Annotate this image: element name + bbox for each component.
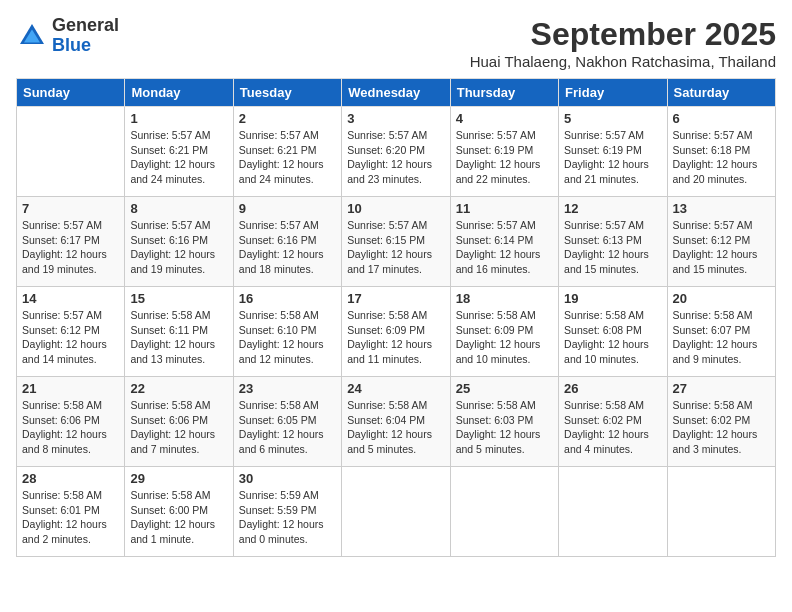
calendar-cell [559, 467, 667, 557]
calendar-cell: 10Sunrise: 5:57 AMSunset: 6:15 PMDayligh… [342, 197, 450, 287]
day-number: 16 [239, 291, 336, 306]
day-number: 2 [239, 111, 336, 126]
day-number: 22 [130, 381, 227, 396]
weekday-header: Sunday [17, 79, 125, 107]
day-number: 8 [130, 201, 227, 216]
calendar-cell [342, 467, 450, 557]
calendar-cell: 28Sunrise: 5:58 AMSunset: 6:01 PMDayligh… [17, 467, 125, 557]
calendar-cell [17, 107, 125, 197]
day-number: 7 [22, 201, 119, 216]
logo-text: General Blue [52, 16, 119, 56]
calendar-week-row: 14Sunrise: 5:57 AMSunset: 6:12 PMDayligh… [17, 287, 776, 377]
day-number: 14 [22, 291, 119, 306]
day-info: Sunrise: 5:57 AMSunset: 6:12 PMDaylight:… [673, 218, 770, 277]
day-info: Sunrise: 5:58 AMSunset: 6:05 PMDaylight:… [239, 398, 336, 457]
day-number: 11 [456, 201, 553, 216]
day-info: Sunrise: 5:58 AMSunset: 6:06 PMDaylight:… [130, 398, 227, 457]
calendar-cell: 21Sunrise: 5:58 AMSunset: 6:06 PMDayligh… [17, 377, 125, 467]
day-number: 10 [347, 201, 444, 216]
calendar-week-row: 7Sunrise: 5:57 AMSunset: 6:17 PMDaylight… [17, 197, 776, 287]
calendar-cell: 8Sunrise: 5:57 AMSunset: 6:16 PMDaylight… [125, 197, 233, 287]
day-number: 23 [239, 381, 336, 396]
day-info: Sunrise: 5:58 AMSunset: 6:04 PMDaylight:… [347, 398, 444, 457]
day-info: Sunrise: 5:57 AMSunset: 6:19 PMDaylight:… [456, 128, 553, 187]
logo-icon [16, 20, 48, 52]
weekday-header: Thursday [450, 79, 558, 107]
title-block: September 2025 Huai Thalaeng, Nakhon Rat… [470, 16, 776, 70]
day-info: Sunrise: 5:58 AMSunset: 6:02 PMDaylight:… [564, 398, 661, 457]
month-title: September 2025 [470, 16, 776, 53]
day-info: Sunrise: 5:58 AMSunset: 6:09 PMDaylight:… [456, 308, 553, 367]
calendar-cell: 15Sunrise: 5:58 AMSunset: 6:11 PMDayligh… [125, 287, 233, 377]
calendar-cell: 18Sunrise: 5:58 AMSunset: 6:09 PMDayligh… [450, 287, 558, 377]
location-title: Huai Thalaeng, Nakhon Ratchasima, Thaila… [470, 53, 776, 70]
day-number: 26 [564, 381, 661, 396]
calendar-cell: 6Sunrise: 5:57 AMSunset: 6:18 PMDaylight… [667, 107, 775, 197]
day-info: Sunrise: 5:58 AMSunset: 6:07 PMDaylight:… [673, 308, 770, 367]
day-number: 5 [564, 111, 661, 126]
day-info: Sunrise: 5:57 AMSunset: 6:13 PMDaylight:… [564, 218, 661, 277]
calendar-cell: 25Sunrise: 5:58 AMSunset: 6:03 PMDayligh… [450, 377, 558, 467]
calendar-cell: 14Sunrise: 5:57 AMSunset: 6:12 PMDayligh… [17, 287, 125, 377]
day-number: 18 [456, 291, 553, 306]
day-number: 21 [22, 381, 119, 396]
day-number: 6 [673, 111, 770, 126]
day-number: 28 [22, 471, 119, 486]
day-number: 4 [456, 111, 553, 126]
calendar-cell: 19Sunrise: 5:58 AMSunset: 6:08 PMDayligh… [559, 287, 667, 377]
day-number: 29 [130, 471, 227, 486]
day-info: Sunrise: 5:57 AMSunset: 6:16 PMDaylight:… [130, 218, 227, 277]
weekday-header: Monday [125, 79, 233, 107]
day-info: Sunrise: 5:57 AMSunset: 6:17 PMDaylight:… [22, 218, 119, 277]
day-info: Sunrise: 5:58 AMSunset: 6:09 PMDaylight:… [347, 308, 444, 367]
calendar-cell: 16Sunrise: 5:58 AMSunset: 6:10 PMDayligh… [233, 287, 341, 377]
weekday-header: Tuesday [233, 79, 341, 107]
calendar-cell: 7Sunrise: 5:57 AMSunset: 6:17 PMDaylight… [17, 197, 125, 287]
logo-blue: Blue [52, 36, 119, 56]
calendar-cell: 17Sunrise: 5:58 AMSunset: 6:09 PMDayligh… [342, 287, 450, 377]
calendar-cell [667, 467, 775, 557]
calendar-week-row: 1Sunrise: 5:57 AMSunset: 6:21 PMDaylight… [17, 107, 776, 197]
day-number: 15 [130, 291, 227, 306]
day-number: 19 [564, 291, 661, 306]
calendar-cell: 26Sunrise: 5:58 AMSunset: 6:02 PMDayligh… [559, 377, 667, 467]
day-number: 1 [130, 111, 227, 126]
weekday-header: Friday [559, 79, 667, 107]
calendar-cell: 20Sunrise: 5:58 AMSunset: 6:07 PMDayligh… [667, 287, 775, 377]
day-number: 24 [347, 381, 444, 396]
day-info: Sunrise: 5:58 AMSunset: 6:11 PMDaylight:… [130, 308, 227, 367]
logo-general: General [52, 16, 119, 36]
calendar-cell: 9Sunrise: 5:57 AMSunset: 6:16 PMDaylight… [233, 197, 341, 287]
calendar-cell: 3Sunrise: 5:57 AMSunset: 6:20 PMDaylight… [342, 107, 450, 197]
day-number: 27 [673, 381, 770, 396]
calendar-cell: 22Sunrise: 5:58 AMSunset: 6:06 PMDayligh… [125, 377, 233, 467]
day-number: 30 [239, 471, 336, 486]
calendar-cell: 13Sunrise: 5:57 AMSunset: 6:12 PMDayligh… [667, 197, 775, 287]
day-info: Sunrise: 5:57 AMSunset: 6:14 PMDaylight:… [456, 218, 553, 277]
day-number: 12 [564, 201, 661, 216]
calendar-cell: 29Sunrise: 5:58 AMSunset: 6:00 PMDayligh… [125, 467, 233, 557]
day-number: 3 [347, 111, 444, 126]
weekday-header: Wednesday [342, 79, 450, 107]
calendar-cell: 23Sunrise: 5:58 AMSunset: 6:05 PMDayligh… [233, 377, 341, 467]
calendar-cell: 24Sunrise: 5:58 AMSunset: 6:04 PMDayligh… [342, 377, 450, 467]
logo: General Blue [16, 16, 119, 56]
day-number: 9 [239, 201, 336, 216]
day-number: 20 [673, 291, 770, 306]
day-info: Sunrise: 5:58 AMSunset: 6:02 PMDaylight:… [673, 398, 770, 457]
day-info: Sunrise: 5:58 AMSunset: 6:01 PMDaylight:… [22, 488, 119, 547]
day-info: Sunrise: 5:57 AMSunset: 6:16 PMDaylight:… [239, 218, 336, 277]
day-info: Sunrise: 5:57 AMSunset: 6:15 PMDaylight:… [347, 218, 444, 277]
day-info: Sunrise: 5:58 AMSunset: 6:00 PMDaylight:… [130, 488, 227, 547]
day-info: Sunrise: 5:57 AMSunset: 6:12 PMDaylight:… [22, 308, 119, 367]
day-number: 13 [673, 201, 770, 216]
calendar-cell: 27Sunrise: 5:58 AMSunset: 6:02 PMDayligh… [667, 377, 775, 467]
day-number: 25 [456, 381, 553, 396]
day-info: Sunrise: 5:57 AMSunset: 6:18 PMDaylight:… [673, 128, 770, 187]
weekday-header-row: SundayMondayTuesdayWednesdayThursdayFrid… [17, 79, 776, 107]
calendar-cell: 11Sunrise: 5:57 AMSunset: 6:14 PMDayligh… [450, 197, 558, 287]
day-info: Sunrise: 5:58 AMSunset: 6:08 PMDaylight:… [564, 308, 661, 367]
calendar-cell [450, 467, 558, 557]
calendar-table: SundayMondayTuesdayWednesdayThursdayFrid… [16, 78, 776, 557]
calendar-cell: 2Sunrise: 5:57 AMSunset: 6:21 PMDaylight… [233, 107, 341, 197]
